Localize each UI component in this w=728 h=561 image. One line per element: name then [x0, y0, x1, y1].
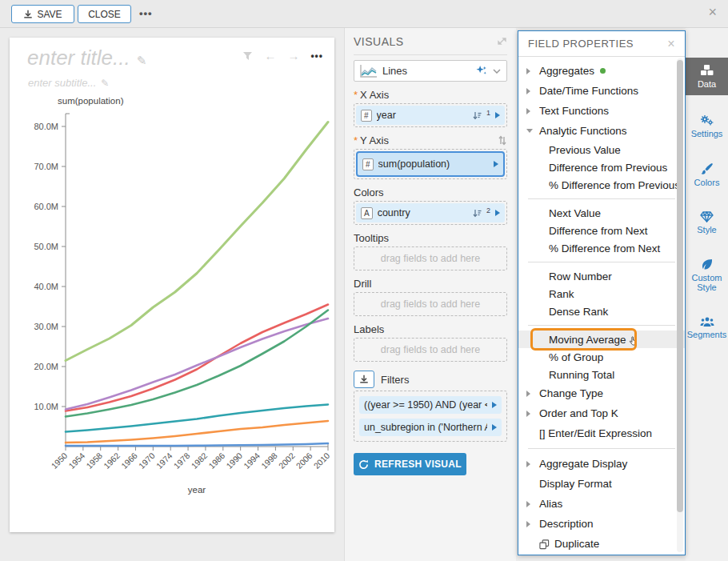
chart-more-menu-icon[interactable]: •••	[310, 50, 323, 62]
field-property-item-duplicate[interactable]: Duplicate	[518, 534, 685, 554]
sidebar-tab-segments[interactable]: Segments	[686, 310, 728, 346]
field-menu-caret-icon[interactable]	[494, 161, 498, 167]
y-axis-section-label: * Y Axis	[354, 134, 507, 146]
field-property-item-rank[interactable]: Rank	[518, 285, 685, 303]
filters-download-button[interactable]	[354, 371, 374, 388]
list-divider	[528, 262, 675, 262]
field-property-item-previous-value[interactable]: Previous Value	[518, 141, 685, 158]
chart-type-select[interactable]: Lines	[354, 60, 507, 82]
sidebar-tab-colors[interactable]: Colors	[686, 156, 728, 194]
y-axis-field-pill-selected[interactable]: # sum(population)	[356, 151, 505, 177]
field-property-label: Previous Value	[549, 144, 621, 156]
expand-arrow-icon[interactable]	[526, 501, 530, 507]
sidebar-tab-settings[interactable]: Settings	[686, 108, 728, 145]
field-property-item-of-group[interactable]: % of Group	[518, 348, 685, 366]
colors-field-pill[interactable]: A country 2	[356, 203, 505, 222]
field-property-item-enter-edit-expression[interactable]: [] Enter/Edit Expression	[518, 423, 685, 443]
tooltips-dropzone[interactable]: drag fields to add here	[354, 246, 507, 270]
close-button[interactable]: CLOSE	[78, 5, 131, 23]
collapse-arrow-icon[interactable]	[526, 129, 533, 133]
field-property-label: % of Group	[549, 351, 603, 363]
field-menu-caret-icon[interactable]	[492, 402, 497, 408]
field-property-item-date-time-functions[interactable]: Date/Time Functions	[518, 81, 685, 101]
chart-line-series-5[interactable]	[66, 405, 328, 432]
field-property-item-analytic-functions[interactable]: Analytic Functions	[518, 121, 685, 141]
expand-arrow-icon[interactable]	[526, 411, 530, 417]
line-chart[interactable]: sum(population)10.0M20.0M30.0M40.0M50.0M…	[16, 94, 334, 511]
y-axis-dropzone[interactable]: # sum(population)	[354, 149, 507, 179]
expand-arrow-icon[interactable]	[526, 461, 530, 467]
chart-line-series-3[interactable]	[66, 319, 328, 410]
field-property-item-row-number[interactable]: Row Number	[518, 267, 685, 285]
field-property-item-difference-from-previous[interactable]: % Difference from Previous	[518, 176, 685, 194]
sidebar-tab-data[interactable]: Data	[686, 58, 728, 95]
refresh-visual-button[interactable]: REFRESH VISUAL	[354, 453, 466, 475]
edit-title-pencil-icon[interactable]: ✎	[137, 54, 147, 67]
chart-line-series-4[interactable]	[66, 311, 328, 417]
filter-funnel-icon[interactable]	[242, 51, 253, 61]
field-property-item-display-format[interactable]: Display Format	[518, 474, 685, 494]
forward-arrow-icon[interactable]: →	[287, 49, 299, 62]
expand-arrow-icon[interactable]	[526, 68, 530, 74]
window-close-icon[interactable]: ×	[708, 5, 717, 19]
field-property-item-next-value[interactable]: Next Value	[518, 204, 685, 222]
expand-arrow-icon[interactable]	[526, 521, 530, 527]
x-axis-dropzone[interactable]: # year 1	[354, 103, 507, 127]
svg-text:1982: 1982	[189, 451, 209, 471]
chart-line-series-7[interactable]	[66, 443, 328, 446]
field-property-item-aggregates[interactable]: Aggregates	[518, 61, 685, 81]
x-axis-field-pill[interactable]: # year 1	[356, 106, 505, 125]
filters-dropzone[interactable]: ((year >= 1950) AND (year <=... un_subre…	[354, 391, 507, 442]
string-type-icon: A	[361, 207, 373, 219]
field-property-item-running-total[interactable]: Running Total	[518, 366, 685, 383]
sidebar-tab-custom-style[interactable]: Custom Style	[686, 252, 728, 299]
visual-title-input[interactable]: enter title...✎	[27, 46, 146, 70]
expand-arrow-icon[interactable]	[526, 391, 530, 397]
field-property-item-difference-from-next[interactable]: % Difference from Next	[518, 239, 685, 257]
app-window: SAVE CLOSE ••• × enter title...✎ enter s…	[0, 0, 728, 561]
swap-axes-icon[interactable]	[498, 135, 507, 146]
chart-line-series-1[interactable]	[66, 122, 328, 361]
visual-subtitle-input[interactable]: enter subtitle...✎	[28, 77, 109, 89]
field-property-label: Dense Rank	[549, 306, 608, 318]
expand-arrow-icon[interactable]	[526, 88, 530, 94]
field-property-item-aggregate-display[interactable]: Aggregate Display	[518, 454, 685, 474]
labels-dropzone[interactable]: drag fields to add here	[354, 338, 507, 362]
filter-pill-subregion[interactable]: un_subregion in ('Northern Af...	[359, 419, 502, 436]
svg-text:1954: 1954	[66, 451, 86, 471]
sidebar-tab-style[interactable]: Style	[686, 205, 728, 241]
field-property-item-difference-from-next[interactable]: Difference from Next	[518, 222, 685, 239]
field-menu-caret-icon[interactable]	[495, 112, 500, 118]
field-menu-caret-icon[interactable]	[495, 210, 500, 216]
field-property-item-moving-average[interactable]: Moving Average	[518, 331, 685, 348]
svg-text:1974: 1974	[154, 451, 174, 471]
toolbar-more-menu[interactable]: •••	[139, 7, 153, 19]
close-button-label: CLOSE	[88, 9, 121, 20]
expand-arrow-icon[interactable]	[526, 108, 530, 114]
expand-panel-icon[interactable]	[497, 36, 507, 46]
sort-order-icon	[473, 209, 482, 218]
save-button[interactable]: SAVE	[11, 5, 74, 23]
scrollbar-track[interactable]	[677, 58, 683, 552]
svg-text:40.0M: 40.0M	[34, 282, 58, 291]
field-property-item-order-and-top-k[interactable]: Order and Top K	[518, 403, 685, 423]
scrollbar-thumb[interactable]	[677, 60, 683, 512]
field-property-item-description[interactable]: Description	[518, 514, 685, 534]
field-property-item-change-type[interactable]: Change Type	[518, 383, 685, 403]
field-property-label: Text Functions	[539, 105, 609, 117]
drill-dropzone[interactable]: drag fields to add here	[354, 292, 507, 316]
field-property-item-alias[interactable]: Alias	[518, 494, 685, 514]
chart-line-series-2[interactable]	[66, 305, 328, 411]
panel-close-icon[interactable]: ×	[667, 37, 675, 51]
field-property-item-dense-rank[interactable]: Dense Rank	[518, 303, 685, 320]
chart-line-series-6[interactable]	[66, 421, 328, 443]
field-property-item-difference-from-previous[interactable]: Difference from Previous	[518, 158, 685, 176]
colors-dropzone[interactable]: A country 2	[354, 201, 507, 225]
edit-subtitle-pencil-icon[interactable]: ✎	[101, 78, 109, 89]
field-property-item-text-functions[interactable]: Text Functions	[518, 101, 685, 121]
back-arrow-icon[interactable]: ←	[264, 49, 276, 62]
field-menu-caret-icon[interactable]	[492, 424, 497, 431]
field-property-label: Change Type	[539, 387, 603, 399]
sidebar-tab-label: Data	[698, 79, 716, 89]
filter-pill-year-range[interactable]: ((year >= 1950) AND (year <=...	[359, 396, 502, 414]
